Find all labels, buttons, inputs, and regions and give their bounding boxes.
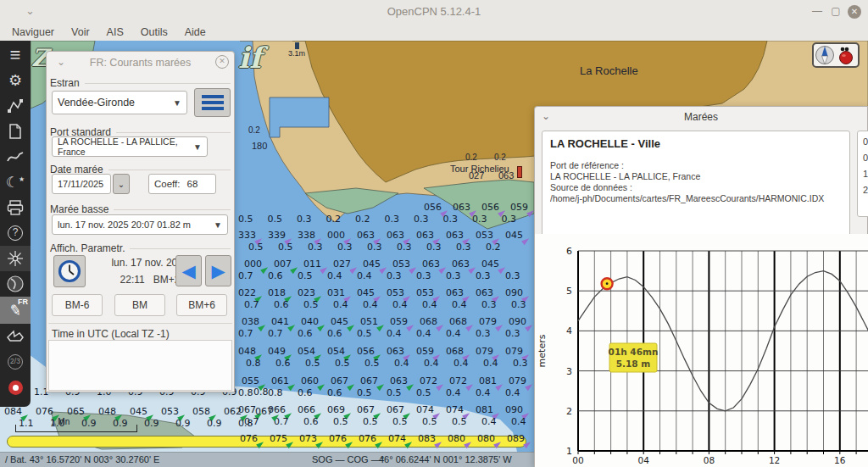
menu-item-naviguer[interactable]: Naviguer xyxy=(3,26,63,38)
current-direction-value: 063 xyxy=(446,230,464,241)
current-speed-value: 0.4 xyxy=(476,387,491,398)
tide-date-input[interactable]: 17/11/2025 xyxy=(52,174,111,194)
current-speed-value: 0.4 xyxy=(394,358,409,369)
chart-document-icon[interactable] xyxy=(0,119,31,144)
compass-gps-widget[interactable] xyxy=(812,42,860,68)
bm-plus-6-button[interactable]: BM+6 xyxy=(176,294,227,316)
track-icon[interactable] xyxy=(0,144,31,170)
globe-icon[interactable] xyxy=(0,271,31,297)
current-direction-value: 053 xyxy=(416,287,434,298)
current-speed-value: 0.3 xyxy=(505,328,520,339)
current-speed-value: 0.3 xyxy=(476,328,491,339)
current-direction-value: 063 xyxy=(422,259,440,270)
tide-curve-chart[interactable]: 1234560004081216UTC +01:00meters01h 46mn… xyxy=(535,234,868,467)
menu-item-voir[interactable]: Voir xyxy=(63,26,98,38)
current-direction-value: 339 xyxy=(268,230,286,241)
current-speed-value: 0.9 xyxy=(113,418,128,429)
settings-gear-icon[interactable]: ⚙ xyxy=(0,68,31,93)
clock-icon xyxy=(58,259,81,283)
current-direction-value: 063 xyxy=(390,375,408,386)
svg-text:5: 5 xyxy=(566,286,572,297)
current-speed-value: 0.8 xyxy=(253,386,269,398)
current-speed-value: 0.5 xyxy=(268,214,283,225)
current-direction-value: 053 xyxy=(387,287,404,298)
current-speed-value: 0.5 xyxy=(298,270,313,281)
help-icon[interactable]: ? xyxy=(0,220,31,246)
current-direction-value: 056 xyxy=(481,202,499,213)
svg-text:08: 08 xyxy=(704,455,715,465)
scale-2-3-icon[interactable]: 2/3 xyxy=(0,349,31,375)
current-direction-value: 055 xyxy=(242,375,259,386)
current-direction-value: 045 xyxy=(357,287,375,298)
current-direction-value: 048 xyxy=(238,346,256,357)
current-direction-value: 007 xyxy=(274,259,292,270)
current-speed-value: 0.5 xyxy=(305,358,320,369)
current-direction-value: 084 xyxy=(4,406,22,417)
current-speed-value: 0.3 xyxy=(443,214,459,225)
tide-event-row: 2 xyxy=(863,182,868,198)
current-direction-value: 058 xyxy=(192,406,210,417)
date-dropdown-button[interactable]: ⌄ xyxy=(113,174,130,194)
current-speed-value: 0.4 xyxy=(511,416,526,427)
minimize-button[interactable]: — xyxy=(810,5,824,19)
maximize-button[interactable]: ▢ xyxy=(829,5,843,19)
current-speed-value: 0.4 xyxy=(453,358,469,369)
current-direction-value: 063 xyxy=(476,287,493,298)
current-direction-value: 048 xyxy=(98,406,116,417)
map-label: 063 xyxy=(498,170,514,181)
current-direction-value: 076 xyxy=(36,406,53,417)
current-direction-value: 080 xyxy=(448,433,465,444)
map-label: 0.2 xyxy=(465,153,477,162)
boat-icon[interactable] xyxy=(0,324,31,349)
current-direction-value: 063 xyxy=(387,230,404,241)
menu-item-ais[interactable]: AIS xyxy=(98,26,132,38)
current-speed-value: 0.5 xyxy=(333,416,348,427)
plugin-burst-icon[interactable] xyxy=(0,246,31,271)
coeff-field[interactable]: Coeff:68 xyxy=(148,174,216,194)
port-standard-select[interactable]: LA ROCHELLE - LA PALLICE, France▼ xyxy=(52,136,208,157)
marees-title: Marées xyxy=(535,111,867,123)
current-speed-value: 0.6 xyxy=(327,328,342,339)
current-direction-value: 000 xyxy=(327,230,345,241)
previous-arrow-button[interactable]: ◀ xyxy=(175,255,202,286)
fr-currents-icon[interactable]: ✎FR xyxy=(0,297,31,324)
mob-lifebuoy-icon[interactable] xyxy=(0,375,31,400)
next-arrow-button[interactable]: ▶ xyxy=(205,255,231,286)
dialog-close-icon[interactable]: ✕ xyxy=(215,55,229,69)
bm-minus-6-button[interactable]: BM-6 xyxy=(52,294,103,316)
current-direction-value: 075 xyxy=(270,433,287,444)
current-direction-value: 063 xyxy=(452,259,470,270)
bm-button[interactable]: BM xyxy=(114,294,165,316)
chevron-down-icon: ▼ xyxy=(214,220,222,230)
current-direction-value: 072 xyxy=(449,375,467,386)
current-direction-value: 060 xyxy=(301,375,319,386)
current-speed-value: 0.8 xyxy=(268,387,283,398)
current-speed-value: 0.3 xyxy=(297,214,312,225)
menu-icon[interactable]: ≡ xyxy=(0,42,31,68)
dialog-header: ⌄ FR: Courants marées ✕ xyxy=(47,52,234,74)
current-speed-value: 0.9 xyxy=(81,418,97,429)
current-direction-value: 062 xyxy=(224,406,242,417)
night-mode-icon[interactable]: ☾★ xyxy=(0,170,31,195)
estran-group-label: Estran xyxy=(50,77,231,89)
data-source-value: /home/j-ph/Documents/cartes/FR_MareescCo… xyxy=(550,193,842,204)
maree-basse-select[interactable]: lun. 17 nov. 2025 20:07 01.82 m▼ xyxy=(52,214,228,235)
print-icon[interactable] xyxy=(0,195,31,220)
route-icon[interactable] xyxy=(0,93,31,119)
estran-select[interactable]: Vendée-Gironde▼ xyxy=(52,91,187,114)
menu-item-outils[interactable]: Outils xyxy=(132,26,176,38)
clock-button[interactable] xyxy=(53,255,86,287)
current-speed-value: 0.3 xyxy=(505,270,520,281)
current-speed-value: 0.7 xyxy=(238,270,253,281)
list-lines-icon xyxy=(202,95,224,98)
current-speed-value: 0.4 xyxy=(363,299,378,310)
current-direction-value: 018 xyxy=(268,287,286,298)
close-button[interactable]: ✕ xyxy=(848,5,861,19)
estran-list-button[interactable] xyxy=(194,88,231,117)
current-speed-value: 0.4 xyxy=(424,358,439,369)
current-speed-value: 0.6 xyxy=(303,416,319,427)
svg-text:01h 46mn: 01h 46mn xyxy=(609,347,659,357)
menu-item-aide[interactable]: Aide xyxy=(176,26,214,38)
current-direction-value: 067 xyxy=(331,375,348,386)
current-speed-value: 0.5 xyxy=(422,416,437,427)
